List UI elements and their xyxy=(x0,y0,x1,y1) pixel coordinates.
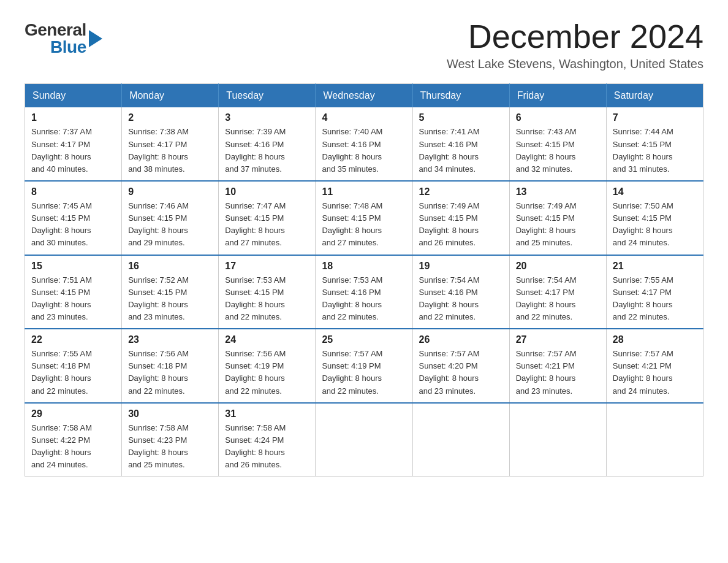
day-info: Sunrise: 7:39 AMSunset: 4:16 PMDaylight:… xyxy=(225,126,309,175)
day-info: Sunrise: 7:41 AMSunset: 4:16 PMDaylight:… xyxy=(419,126,503,175)
day-number: 18 xyxy=(322,261,406,272)
calendar-week-3: 15Sunrise: 7:51 AMSunset: 4:15 PMDayligh… xyxy=(25,255,703,329)
day-number: 31 xyxy=(225,408,309,419)
header-sunday: Sunday xyxy=(25,84,122,108)
calendar-cell: 24Sunrise: 7:56 AMSunset: 4:19 PMDayligh… xyxy=(219,329,316,403)
calendar-cell: 27Sunrise: 7:57 AMSunset: 4:21 PMDayligh… xyxy=(509,329,606,403)
day-info: Sunrise: 7:48 AMSunset: 4:15 PMDaylight:… xyxy=(322,200,406,250)
day-info: Sunrise: 7:45 AMSunset: 4:15 PMDaylight:… xyxy=(31,200,115,250)
calendar-body: 1Sunrise: 7:37 AMSunset: 4:17 PMDaylight… xyxy=(25,107,703,476)
calendar-cell: 12Sunrise: 7:49 AMSunset: 4:15 PMDayligh… xyxy=(412,181,509,255)
day-number: 6 xyxy=(516,112,600,123)
calendar-cell: 23Sunrise: 7:56 AMSunset: 4:18 PMDayligh… xyxy=(122,329,219,403)
header-row: Sunday Monday Tuesday Wednesday Thursday… xyxy=(25,84,703,108)
logo-blue-text: Blue xyxy=(50,39,86,56)
day-info: Sunrise: 7:47 AMSunset: 4:15 PMDaylight:… xyxy=(225,200,309,250)
logo-arrow-icon xyxy=(89,30,102,47)
day-number: 2 xyxy=(128,112,212,123)
day-number: 23 xyxy=(128,334,212,345)
calendar-week-4: 22Sunrise: 7:55 AMSunset: 4:18 PMDayligh… xyxy=(25,329,703,403)
day-info: Sunrise: 7:49 AMSunset: 4:15 PMDaylight:… xyxy=(516,200,600,250)
calendar-cell xyxy=(606,403,703,477)
header-tuesday: Tuesday xyxy=(219,84,316,108)
day-info: Sunrise: 7:56 AMSunset: 4:18 PMDaylight:… xyxy=(128,348,212,397)
day-number: 10 xyxy=(225,186,309,197)
day-number: 22 xyxy=(31,334,115,345)
calendar-cell: 22Sunrise: 7:55 AMSunset: 4:18 PMDayligh… xyxy=(25,329,122,403)
day-info: Sunrise: 7:57 AMSunset: 4:21 PMDaylight:… xyxy=(516,348,600,397)
calendar-cell: 7Sunrise: 7:44 AMSunset: 4:15 PMDaylight… xyxy=(606,107,703,181)
calendar-cell: 31Sunrise: 7:58 AMSunset: 4:24 PMDayligh… xyxy=(219,403,316,477)
calendar-cell: 1Sunrise: 7:37 AMSunset: 4:17 PMDaylight… xyxy=(25,107,122,181)
day-number: 27 xyxy=(516,334,600,345)
day-info: Sunrise: 7:57 AMSunset: 4:21 PMDaylight:… xyxy=(613,348,697,397)
day-info: Sunrise: 7:49 AMSunset: 4:15 PMDaylight:… xyxy=(419,200,503,250)
day-number: 20 xyxy=(516,261,600,272)
day-info: Sunrise: 7:54 AMSunset: 4:17 PMDaylight:… xyxy=(516,274,600,324)
calendar-cell xyxy=(316,403,412,477)
calendar-cell: 8Sunrise: 7:45 AMSunset: 4:15 PMDaylight… xyxy=(25,181,122,255)
day-number: 7 xyxy=(613,112,697,123)
calendar-cell: 25Sunrise: 7:57 AMSunset: 4:19 PMDayligh… xyxy=(316,329,412,403)
day-number: 11 xyxy=(322,186,406,197)
day-info: Sunrise: 7:58 AMSunset: 4:23 PMDaylight:… xyxy=(128,422,212,472)
day-info: Sunrise: 7:55 AMSunset: 4:17 PMDaylight:… xyxy=(613,274,697,324)
calendar-week-1: 1Sunrise: 7:37 AMSunset: 4:17 PMDaylight… xyxy=(25,107,703,181)
day-info: Sunrise: 7:40 AMSunset: 4:16 PMDaylight:… xyxy=(322,126,406,175)
day-number: 21 xyxy=(613,261,697,272)
calendar-cell: 29Sunrise: 7:58 AMSunset: 4:22 PMDayligh… xyxy=(25,403,122,477)
day-info: Sunrise: 7:57 AMSunset: 4:20 PMDaylight:… xyxy=(419,348,503,397)
month-title: December 2024 xyxy=(447,18,703,55)
day-info: Sunrise: 7:43 AMSunset: 4:15 PMDaylight:… xyxy=(516,126,600,175)
calendar-cell: 26Sunrise: 7:57 AMSunset: 4:20 PMDayligh… xyxy=(412,329,509,403)
day-info: Sunrise: 7:53 AMSunset: 4:15 PMDaylight:… xyxy=(225,274,309,324)
header-monday: Monday xyxy=(122,84,219,108)
day-info: Sunrise: 7:58 AMSunset: 4:22 PMDaylight:… xyxy=(31,422,115,472)
day-info: Sunrise: 7:37 AMSunset: 4:17 PMDaylight:… xyxy=(31,126,115,175)
calendar-cell: 11Sunrise: 7:48 AMSunset: 4:15 PMDayligh… xyxy=(316,181,412,255)
day-number: 12 xyxy=(419,186,503,197)
calendar-table: Sunday Monday Tuesday Wednesday Thursday… xyxy=(25,83,703,477)
calendar-cell: 10Sunrise: 7:47 AMSunset: 4:15 PMDayligh… xyxy=(219,181,316,255)
calendar-cell: 17Sunrise: 7:53 AMSunset: 4:15 PMDayligh… xyxy=(219,255,316,329)
day-number: 16 xyxy=(128,261,212,272)
calendar-cell: 14Sunrise: 7:50 AMSunset: 4:15 PMDayligh… xyxy=(606,181,703,255)
calendar-week-5: 29Sunrise: 7:58 AMSunset: 4:22 PMDayligh… xyxy=(25,403,703,477)
header-thursday: Thursday xyxy=(412,84,509,108)
calendar-cell: 5Sunrise: 7:41 AMSunset: 4:16 PMDaylight… xyxy=(412,107,509,181)
calendar-cell xyxy=(412,403,509,477)
location-subtitle: West Lake Stevens, Washington, United St… xyxy=(447,57,703,71)
calendar-cell: 4Sunrise: 7:40 AMSunset: 4:16 PMDaylight… xyxy=(316,107,412,181)
day-number: 8 xyxy=(31,186,115,197)
day-number: 3 xyxy=(225,112,309,123)
day-number: 19 xyxy=(419,261,503,272)
logo-wordmark: General Blue xyxy=(25,21,102,56)
day-number: 28 xyxy=(613,334,697,345)
day-number: 25 xyxy=(322,334,406,345)
calendar-cell: 19Sunrise: 7:54 AMSunset: 4:16 PMDayligh… xyxy=(412,255,509,329)
day-number: 5 xyxy=(419,112,503,123)
day-info: Sunrise: 7:50 AMSunset: 4:15 PMDaylight:… xyxy=(613,200,697,250)
day-number: 26 xyxy=(419,334,503,345)
calendar-cell: 21Sunrise: 7:55 AMSunset: 4:17 PMDayligh… xyxy=(606,255,703,329)
day-number: 17 xyxy=(225,261,309,272)
day-info: Sunrise: 7:53 AMSunset: 4:16 PMDaylight:… xyxy=(322,274,406,324)
day-number: 13 xyxy=(516,186,600,197)
calendar-cell: 20Sunrise: 7:54 AMSunset: 4:17 PMDayligh… xyxy=(509,255,606,329)
day-info: Sunrise: 7:54 AMSunset: 4:16 PMDaylight:… xyxy=(419,274,503,324)
day-number: 29 xyxy=(31,408,115,419)
day-info: Sunrise: 7:52 AMSunset: 4:15 PMDaylight:… xyxy=(128,274,212,324)
day-number: 4 xyxy=(322,112,406,123)
calendar-header: Sunday Monday Tuesday Wednesday Thursday… xyxy=(25,84,703,108)
day-info: Sunrise: 7:51 AMSunset: 4:15 PMDaylight:… xyxy=(31,274,115,324)
calendar-cell: 13Sunrise: 7:49 AMSunset: 4:15 PMDayligh… xyxy=(509,181,606,255)
day-number: 30 xyxy=(128,408,212,419)
day-number: 14 xyxy=(613,186,697,197)
calendar-cell: 30Sunrise: 7:58 AMSunset: 4:23 PMDayligh… xyxy=(122,403,219,477)
calendar-cell: 2Sunrise: 7:38 AMSunset: 4:17 PMDaylight… xyxy=(122,107,219,181)
title-area: December 2024 West Lake Stevens, Washing… xyxy=(447,18,703,71)
calendar-cell: 18Sunrise: 7:53 AMSunset: 4:16 PMDayligh… xyxy=(316,255,412,329)
day-info: Sunrise: 7:55 AMSunset: 4:18 PMDaylight:… xyxy=(31,348,115,397)
calendar-cell: 28Sunrise: 7:57 AMSunset: 4:21 PMDayligh… xyxy=(606,329,703,403)
day-info: Sunrise: 7:56 AMSunset: 4:19 PMDaylight:… xyxy=(225,348,309,397)
